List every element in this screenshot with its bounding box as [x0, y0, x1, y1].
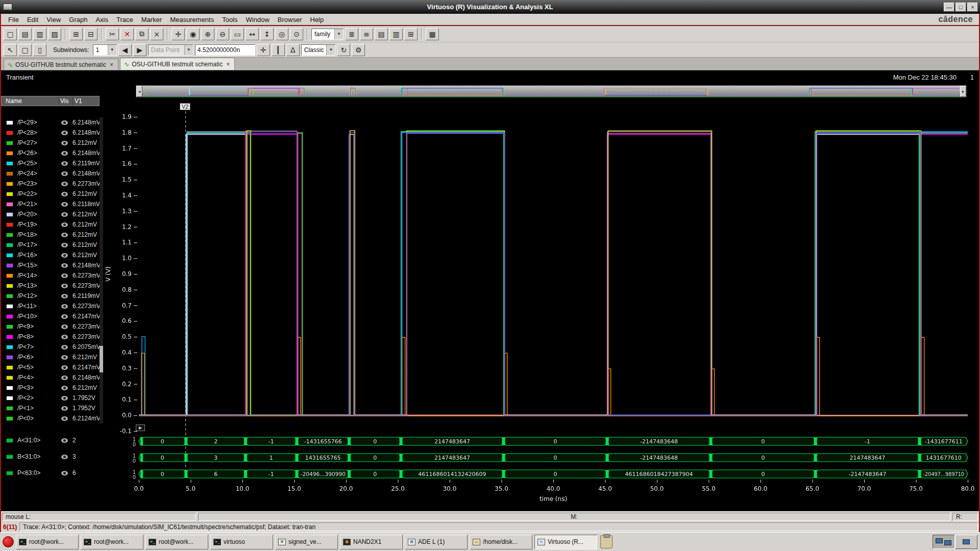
visibility-eye-icon[interactable]: [61, 192, 68, 196]
signal-row[interactable]: /P<19>6.212mV: [1, 219, 100, 230]
refresh-button[interactable]: ↻: [337, 44, 350, 56]
chevron-down-icon[interactable]: ▼: [108, 45, 116, 55]
magnify-plus-button[interactable]: ◎: [275, 28, 288, 40]
taskbar-button[interactable]: >_root@work...: [81, 535, 143, 549]
visibility-eye-icon[interactable]: [61, 253, 68, 258]
next-subwindow-button[interactable]: ▶: [133, 44, 146, 56]
play-button[interactable]: ▶: [136, 424, 145, 431]
visibility-eye-icon[interactable]: [61, 243, 68, 247]
signal-row[interactable]: /P<29>6.2148mV: [1, 117, 100, 128]
zoom-in-button[interactable]: ⊕: [201, 28, 214, 40]
redhat-menu-icon[interactable]: [3, 536, 14, 547]
bus-label-row[interactable]: A<31:0>2: [1, 435, 103, 445]
time-value-field[interactable]: 4.5200000000n: [195, 44, 255, 56]
taskbar-button[interactable]: ▦NAND2X1: [340, 535, 403, 549]
overview-left-handle[interactable]: ◂: [136, 86, 142, 97]
visibility-eye-icon[interactable]: [61, 324, 68, 329]
menu-view[interactable]: View: [42, 15, 65, 24]
region-select-button[interactable]: ▢: [18, 44, 32, 56]
minimize-button[interactable]: —: [944, 3, 954, 12]
signal-row[interactable]: /P<8>6.2273mV: [1, 332, 100, 342]
visibility-eye-icon[interactable]: [61, 182, 68, 186]
signal-row[interactable]: /P<15>6.2148mV: [1, 260, 100, 270]
signal-row[interactable]: /P<5>6.2147mV: [1, 362, 100, 372]
signal-row[interactable]: /P<4>6.2148mV: [1, 372, 100, 383]
zoom-x-button[interactable]: ↔: [246, 28, 259, 40]
signal-row[interactable]: /P<21>6.2118mV: [1, 199, 100, 209]
taskbar-button[interactable]: >_root@work...: [145, 535, 208, 549]
prev-subwindow-button[interactable]: ◀: [118, 44, 132, 56]
zoom-out-button[interactable]: ⊖: [216, 28, 229, 40]
signal-row[interactable]: /P<9>6.2273mV: [1, 321, 100, 332]
signal-row[interactable]: /P<10>6.2147mV: [1, 311, 100, 321]
visibility-eye-icon[interactable]: [61, 263, 68, 268]
visibility-eye-icon[interactable]: [61, 141, 68, 145]
signal-row[interactable]: /P<25>6.2119mV: [1, 158, 100, 168]
menu-edit[interactable]: Edit: [23, 15, 42, 24]
signal-row[interactable]: /P<24>6.2148mV: [1, 168, 100, 179]
menu-marker[interactable]: Marker: [137, 15, 166, 24]
bus-label-row[interactable]: B<31:0>3: [1, 452, 103, 462]
column-v1[interactable]: V1: [72, 96, 99, 106]
family-combo[interactable]: family ▼: [311, 29, 344, 40]
signal-row[interactable]: /P<26>6.2148mV: [1, 148, 100, 158]
desktop-1-cell[interactable]: [933, 535, 955, 549]
signal-row[interactable]: /P<1>1.7952V: [1, 403, 100, 413]
menu-trace[interactable]: Trace: [112, 15, 137, 24]
visibility-eye-icon[interactable]: [61, 161, 68, 166]
zoom-fit-button[interactable]: ▭: [231, 28, 244, 40]
signal-list-scrollbar[interactable]: [100, 117, 103, 423]
menu-measurements[interactable]: Measurements: [166, 15, 218, 24]
signal-row[interactable]: /P<17>6.212mV: [1, 240, 100, 250]
visibility-eye-icon[interactable]: [61, 355, 68, 360]
style-combo[interactable]: Classic ▼: [301, 44, 336, 56]
show-panels-button[interactable]: ▯: [33, 44, 46, 56]
column-name[interactable]: Name: [2, 96, 59, 106]
overview-canvas[interactable]: [136, 86, 966, 97]
pan-button[interactable]: ✛: [172, 28, 185, 40]
taskbar-button[interactable]: ∿Virtuoso (R...: [534, 535, 597, 549]
overlay-mode-button[interactable]: ≡: [360, 28, 373, 40]
menu-help[interactable]: Help: [306, 15, 328, 24]
zoom-y-button[interactable]: ↕: [260, 28, 274, 40]
visibility-eye-icon[interactable]: [61, 294, 68, 298]
visibility-eye-icon[interactable]: [61, 396, 68, 400]
menu-axis[interactable]: Axis: [91, 15, 112, 24]
datapoint-combo[interactable]: Data Point ▼: [148, 44, 193, 56]
taskbar-button[interactable]: >_virtuoso: [210, 535, 273, 549]
visibility-eye-icon[interactable]: [61, 471, 68, 475]
menu-window[interactable]: Window: [242, 15, 274, 24]
visibility-eye-icon[interactable]: [61, 202, 68, 207]
taskbar-button[interactable]: >_root@work...: [16, 535, 79, 549]
compose-button[interactable]: ▥: [389, 28, 403, 40]
visibility-eye-icon[interactable]: [61, 131, 68, 135]
chevron-down-icon[interactable]: ▼: [326, 45, 335, 55]
visibility-eye-icon[interactable]: [61, 273, 68, 278]
chevron-down-icon[interactable]: ▼: [334, 29, 343, 39]
delete-button[interactable]: ✕: [120, 28, 134, 40]
preferences-button[interactable]: ⚙: [352, 44, 365, 56]
visibility-eye-icon[interactable]: [61, 375, 68, 380]
print-button[interactable]: ▨: [48, 28, 61, 40]
visibility-eye-icon[interactable]: [61, 345, 68, 349]
overview-right-handle[interactable]: ▸: [960, 86, 966, 97]
visibility-eye-icon[interactable]: [61, 365, 68, 370]
visibility-eye-icon[interactable]: [61, 233, 68, 237]
signal-row[interactable]: /P<6>6.212mV: [1, 352, 100, 362]
visibility-eye-icon[interactable]: [61, 416, 68, 421]
signal-row[interactable]: /P<7>6.2075mV: [1, 342, 100, 352]
visibility-eye-icon[interactable]: [61, 222, 68, 227]
visibility-eye-icon[interactable]: [61, 171, 68, 176]
visibility-eye-icon[interactable]: [61, 284, 68, 288]
signal-row[interactable]: /P<28>6.2148mV: [1, 128, 100, 138]
point-marker-button[interactable]: ✛: [257, 44, 270, 56]
visibility-eye-icon[interactable]: [61, 151, 68, 156]
chevron-down-icon[interactable]: ▼: [184, 45, 193, 55]
taskbar-button[interactable]: ▤ADE L (1): [405, 535, 468, 549]
split-current-button[interactable]: ▤: [375, 28, 388, 40]
document-tab[interactable]: ∿OSU-GITHUB testmult schematic×: [4, 59, 118, 70]
signal-row[interactable]: /P<0>6.2124mV: [1, 413, 100, 423]
visibility-eye-icon[interactable]: [61, 314, 68, 319]
visibility-eye-icon[interactable]: [61, 438, 68, 443]
visibility-eye-icon[interactable]: [61, 335, 68, 339]
